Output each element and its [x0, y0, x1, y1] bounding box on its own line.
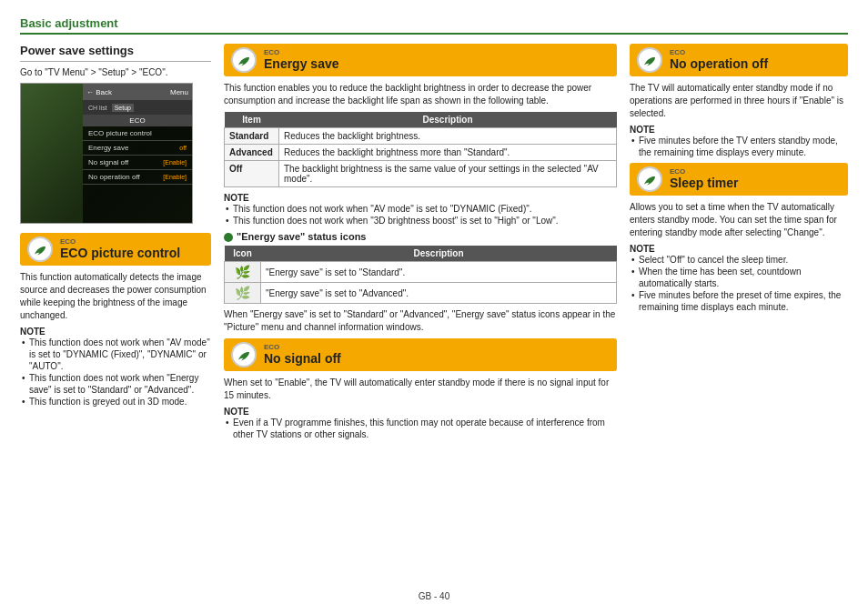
icon-desc-cell: "Energy save" is set to "Standard". [261, 262, 617, 283]
eco-picture-icon [27, 237, 53, 262]
no-operation-notes: NOTE Five minutes before the TV enters s… [630, 125, 848, 158]
eco-picture-label-block: ECO ECO picture control [60, 238, 180, 261]
no-operation-icon [637, 47, 662, 73]
eco-picture-note-3: This function is greyed out in 3D mode. [20, 396, 211, 408]
no-signal-label-block: ECO No signal off [264, 344, 341, 367]
energy-save-note-2: This function does not work when "3D bri… [224, 215, 617, 226]
sleep-timer-note-3: Five minutes before the preset of time e… [630, 289, 848, 313]
left-column: Power save settings Go to "TV Menu" > "S… [20, 44, 211, 586]
page-footer: GB - 40 [20, 591, 848, 601]
energy-save-table: Item Description Standard Reduces the ba… [224, 112, 617, 187]
go-to-text: Go to "TV Menu" > "Setup" > "ECO". [20, 67, 211, 77]
no-operation-header: ECO No operation off [630, 44, 848, 76]
table-cell-desc: Reduces the backlight brightness. [279, 128, 617, 145]
eco-picture-note-title: NOTE [20, 327, 211, 337]
tv-menu-item-label: No operation off [88, 173, 140, 181]
icons-table-row: 🌿 "Energy save" is set to "Advanced". [225, 283, 617, 304]
status-icons-table: Icon Description 🌿 "Energy save" is set … [224, 246, 617, 304]
sleep-timer-title: Sleep timer [670, 176, 738, 191]
sleep-timer-note-2: When the time has been set, countdown au… [630, 266, 848, 289]
energy-save-label-block: ECO Energy save [264, 49, 339, 72]
status-icons-body: When "Energy save" is set to "Standard" … [224, 308, 617, 334]
table-header-item: Item [225, 112, 279, 128]
tv-menu-content: ECO ECO picture control Energy save off … [83, 115, 192, 223]
eco-picture-title: ECO picture control [60, 246, 180, 261]
tv-menu-tabs: CH list Setup [83, 100, 192, 115]
table-header-desc: Description [279, 112, 617, 128]
tv-menu-item-no-operation[interactable]: No operation off [Enable] [83, 170, 192, 185]
mid-column: ECO Energy save This function enables yo… [224, 44, 617, 586]
tv-menu: ← Back Menu CH list Setup ECO ECO pictur… [20, 83, 193, 224]
no-operation-title: No operation off [670, 56, 768, 72]
no-signal-icon [231, 342, 257, 367]
sleep-timer-note-1: Select "Off" to cancel the sleep timer. [630, 254, 848, 266]
no-operation-label-block: ECO No operation off [670, 49, 768, 72]
tv-menu-item-label: Energy save [88, 144, 128, 152]
table-cell-item: Advanced [225, 145, 279, 161]
eco-picture-notes: NOTE This function does not work when "A… [20, 327, 211, 408]
tv-menu-back: ← Back [86, 88, 112, 96]
tv-menu-item-val: off [179, 145, 187, 151]
leaf-icon-advanced: 🌿 [235, 286, 250, 300]
no-signal-header: ECO No signal off [224, 338, 617, 371]
status-icons-title: "Energy save" status icons [224, 231, 617, 242]
icons-table-row: 🌿 "Energy save" is set to "Standard". [225, 262, 617, 283]
tv-menu-eco-title: ECO [83, 115, 192, 126]
icon-desc-cell: "Energy save" is set to "Advanced". [261, 283, 617, 304]
sleep-timer-notes: NOTE Select "Off" to cancel the sleep ti… [630, 244, 848, 313]
no-operation-note-1: Five minutes before the TV enters standb… [630, 135, 848, 158]
tv-menu-item-no-signal[interactable]: No signal off [Enable] [83, 156, 192, 170]
table-cell-item: Off [225, 161, 279, 187]
tv-menu-item-val: [Enable] [163, 159, 187, 166]
leaf-icon-standard: 🌿 [235, 265, 250, 279]
table-row: Off The backlight brightness is the same… [225, 161, 617, 187]
no-signal-small-label: ECO [264, 344, 341, 351]
eco-picture-small-label: ECO [60, 238, 180, 246]
tv-menu-item-label: No signal off [88, 158, 128, 166]
sleep-timer-small-label: ECO [670, 168, 738, 176]
no-operation-body: The TV will automatically enter standby … [630, 82, 848, 120]
icon-cell: 🌿 [225, 262, 261, 283]
power-save-title: Power save settings [20, 44, 211, 62]
tv-menu-tab-chlist[interactable]: CH list [86, 104, 110, 112]
eco-picture-control-header: ECO ECO picture control [20, 233, 211, 266]
table-row: Standard Reduces the backlight brightnes… [225, 128, 617, 145]
tv-menu-item-label: ECO picture control [88, 129, 152, 137]
energy-save-body: This function enables you to reduce the … [224, 82, 617, 107]
no-signal-note-title: NOTE [224, 407, 617, 417]
no-operation-small-label: ECO [670, 49, 768, 56]
energy-save-note-1: This function does not work when "AV mod… [224, 203, 617, 215]
no-signal-title: No signal off [264, 351, 341, 367]
tv-menu-tab-setup[interactable]: Setup [112, 104, 134, 112]
no-signal-body: When set to "Enable", the TV will automa… [224, 377, 617, 402]
no-operation-note-title: NOTE [630, 125, 848, 135]
table-cell-desc: The backlight brightness is the same val… [279, 161, 617, 187]
eco-picture-note-1: This function does not work when "AV mod… [20, 337, 211, 372]
tv-menu-topbar: ← Back Menu [83, 84, 192, 100]
energy-save-note-title: NOTE [224, 193, 617, 203]
icon-cell: 🌿 [225, 283, 261, 304]
energy-save-notes: NOTE This function does not work when "A… [224, 193, 617, 226]
section-header: Basic adjustment [20, 16, 848, 35]
bullet-dot [224, 233, 233, 242]
eco-picture-note-2: This function does not work when "Energy… [20, 372, 211, 396]
page-number: GB - 40 [419, 591, 449, 601]
table-row: Advanced Reduces the backlight brightnes… [225, 145, 617, 161]
energy-save-small-label: ECO [264, 49, 339, 56]
tv-menu-item-eco-picture[interactable]: ECO picture control [83, 126, 192, 141]
tv-menu-item-energy-save[interactable]: Energy save off [83, 141, 192, 156]
sleep-timer-header: ECO Sleep timer [630, 163, 848, 196]
tv-menu-overlay: ← Back Menu CH list Setup ECO ECO pictur… [83, 84, 192, 223]
no-signal-notes: NOTE Even if a TV programme finishes, th… [224, 407, 617, 440]
icons-table-header-icon: Icon [225, 246, 261, 262]
tv-menu-label: Menu [170, 88, 188, 96]
energy-save-title: Energy save [264, 56, 339, 72]
page: Basic adjustment Power save settings Go … [0, 0, 868, 614]
sleep-timer-icon [637, 166, 662, 192]
sleep-timer-body: Allows you to set a time when the TV aut… [630, 201, 848, 239]
energy-save-icon [231, 47, 257, 73]
table-cell-desc: Reduces the backlight brightness more th… [279, 145, 617, 161]
icons-table-header-desc: Description [261, 246, 617, 262]
table-cell-item: Standard [225, 128, 279, 145]
right-column: ECO No operation off The TV will automat… [630, 44, 848, 586]
